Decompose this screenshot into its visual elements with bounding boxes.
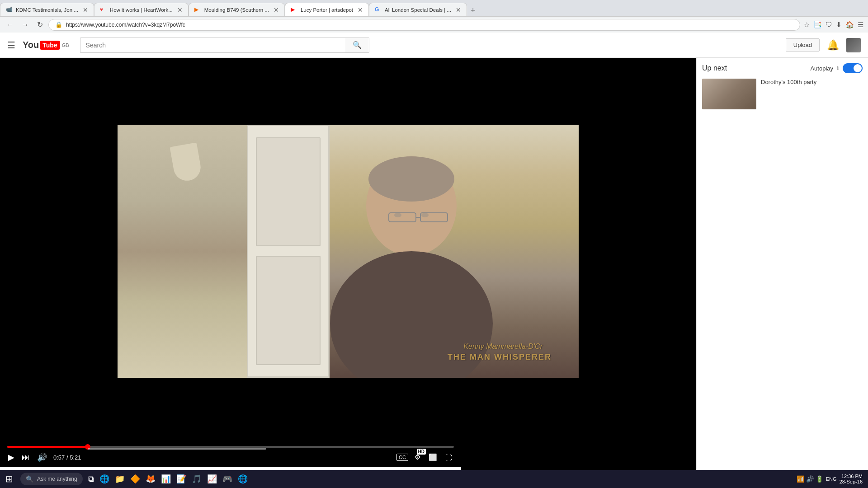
next-video-info: Dorothy's 100th party [761,79,863,109]
url-bar[interactable]: 🔒 https://www.youtube.com/watch?v=3kqzM7… [48,19,800,31]
app3-icon[interactable]: 🔶 [128,474,142,484]
search-icon: 🔍 [353,41,362,49]
tab-favicon-moulding: ▶ [194,6,202,14]
up-next-title: Up next [702,64,727,72]
word-icon[interactable]: 📝 [175,474,188,484]
video-controls: ▶ ⏭ 🔊 0:57 / 5:21 CC ⚙ HD [0,444,461,467]
download-shield-icon[interactable]: 🛡 [825,20,833,29]
start-button[interactable]: ⊞ [0,474,19,484]
taskbar-search[interactable]: 🔍 Ask me anything [20,473,83,485]
settings-button[interactable]: ⚙ HD [413,452,422,462]
video-player[interactable]: Kenny Mammarella-D'Cr THE MAN WHISPERER [0,58,696,444]
home-icon[interactable]: 🏠 [844,20,855,30]
up-next-header: Up next Autoplay ℹ [702,63,863,73]
progress-played [7,446,88,448]
progress-loaded [88,448,266,450]
excel-icon[interactable]: 📈 [205,474,219,484]
download-icon[interactable]: ⬇ [835,20,843,30]
volume-button[interactable]: 🔊 [36,451,48,463]
autoplay-info-icon[interactable]: ℹ [837,65,839,71]
taskbar-app-icons: ⧉ 🌐 📁 🔶 🦊 📊 📝 🎵 📈 🎮 🌐 [86,474,250,484]
battery-icon[interactable]: 🔋 [816,475,823,483]
controls-right: CC ⚙ HD ⬜ ⛶ [396,452,454,462]
autoplay-toggle[interactable] [843,63,863,73]
tab-close-lucy[interactable]: ✕ [358,6,363,14]
powerpoint-icon[interactable]: 📊 [159,474,173,484]
explorer-icon[interactable]: 📁 [113,474,127,484]
tab-lucy[interactable]: ▶ Lucy Porter | artsdepot ✕ [285,3,369,16]
tab-label-moulding: Moulding B749 (Southern ... [204,7,269,13]
toggle-knob [854,64,862,72]
tab-label-london: All London Special Deals | ... [385,7,451,13]
tab-london[interactable]: G All London Special Deals | ... ✕ [369,3,467,16]
next-video-thumbnail [702,79,756,109]
taskbar-search-label: Ask me anything [37,476,77,482]
bookmark-icon[interactable]: 📑 [812,20,823,30]
hd-badge: HD [417,449,426,455]
new-tab-button[interactable]: + [467,6,479,15]
tab-label-kdmc: KDMC Testimonials, Jon ... [16,7,78,13]
youtube-main: Kenny Mammarella-D'Cr THE MAN WHISPERER [0,58,868,488]
network-icon[interactable]: 📶 [797,475,804,483]
next-video-button[interactable]: ⏭ [21,452,31,463]
edge-icon[interactable]: 🌐 [98,474,111,484]
avatar-image [846,38,861,52]
clock-time: 12:36 PM [840,474,863,479]
svg-point-5 [421,213,429,217]
notifications-bell-icon[interactable]: 🔔 [827,39,839,51]
clock-date: 28-Sep-16 [840,479,863,484]
tab-favicon-london: G [375,6,382,14]
refresh-button[interactable]: ↻ [34,19,46,30]
clock[interactable]: 12:36 PM 28-Sep-16 [840,474,863,484]
task-view-icon[interactable]: ⧉ [86,474,96,484]
hamburger-menu-icon[interactable]: ☰ [7,40,15,51]
youtube-search-bar: 🔍 [80,38,369,53]
user-avatar[interactable] [846,38,861,52]
svg-point-4 [394,213,401,217]
video-watermark-name: Kenny Mammarella-D'Cr [463,343,542,351]
upload-button[interactable]: Upload [786,38,820,52]
next-video-item[interactable]: Dorothy's 100th party [702,79,863,109]
right-sidebar: Up next Autoplay ℹ Dorothy's 100th p [696,58,868,488]
tab-kdmc[interactable]: 📹 KDMC Testimonials, Jon ... ✕ [0,3,94,16]
play-pause-button[interactable]: ▶ [7,451,15,463]
video-content: Kenny Mammarella-D'Cr THE MAN WHISPERER [118,125,579,378]
fullscreen-button[interactable]: ⛶ [443,453,454,462]
video-column: Kenny Mammarella-D'Cr THE MAN WHISPERER [0,58,696,488]
miniplayer-button[interactable]: ⬜ [427,452,439,462]
youtube-logo-region: GB [62,42,69,48]
back-button[interactable]: ← [4,20,16,30]
app9-icon[interactable]: 🎮 [221,474,234,484]
svg-point-3 [368,156,454,202]
next-video-title: Dorothy's 100th party [761,79,863,85]
tab-favicon-kdmc: 📹 [6,6,13,14]
search-input[interactable] [80,38,345,53]
youtube-page: ☰ You Tube GB 🔍 Upload 🔔 [0,33,868,488]
tab-close-london[interactable]: ✕ [456,6,461,14]
system-tray-icons: 📶 🔊 🔋 [797,475,823,483]
app7-icon[interactable]: 🎵 [190,474,203,484]
tab-close-moulding[interactable]: ✕ [274,6,279,14]
address-bar: ← → ↻ 🔒 https://www.youtube.com/watch?v=… [0,16,868,33]
youtube-logo-you: You [23,40,39,50]
cc-button[interactable]: CC [396,454,408,461]
bookmark-star-icon[interactable]: ☆ [803,20,811,30]
tab-close-kdmc[interactable]: ✕ [83,6,88,14]
youtube-logo[interactable]: You Tube GB [23,40,69,50]
search-button[interactable]: 🔍 [345,38,369,53]
controls-row: ▶ ⏭ 🔊 0:57 / 5:21 CC ⚙ HD [7,451,454,463]
progress-bar[interactable] [7,446,454,448]
video-watermark-show: THE MAN WHISPERER [448,352,552,362]
tab-heartwork[interactable]: ♥ How it works | HeartWork... ✕ [94,3,189,16]
youtube-header: ☰ You Tube GB 🔍 Upload 🔔 [0,33,868,58]
time-display: 0:57 / 5:21 [53,454,81,461]
volume-icon[interactable]: 🔊 [806,475,814,483]
chrome-icon[interactable]: 🌐 [236,474,250,484]
firefox-icon[interactable]: 🦊 [144,474,157,484]
tab-label-heartwork: How it works | HeartWork... [110,7,173,13]
menu-icon[interactable]: ☰ [857,20,864,30]
forward-button[interactable]: → [19,20,32,30]
tab-close-heartwork[interactable]: ✕ [177,6,183,14]
tab-moulding[interactable]: ▶ Moulding B749 (Southern ... ✕ [189,3,285,16]
person-silhouette [118,125,579,378]
